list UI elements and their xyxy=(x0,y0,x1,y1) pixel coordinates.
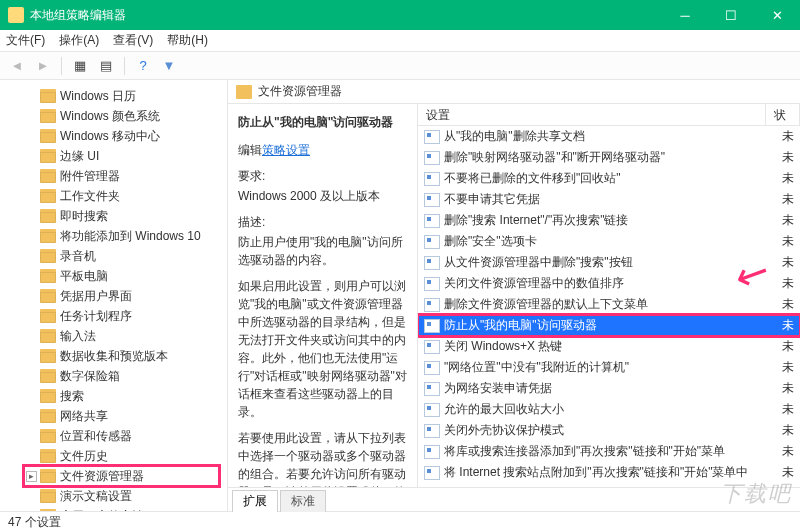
tree-item[interactable]: 工作文件夹 xyxy=(0,186,227,206)
tab-extended[interactable]: 扩展 xyxy=(232,490,278,512)
folder-icon xyxy=(40,449,56,463)
policy-label: 从文件资源管理器中删除"搜索"按钮 xyxy=(444,254,633,271)
tree-item[interactable]: 应用程序兼容性 xyxy=(0,506,227,511)
policy-label: 不要将已删除的文件移到"回收站" xyxy=(444,170,621,187)
tree-item-label: 工作文件夹 xyxy=(60,188,120,205)
policy-icon xyxy=(424,298,440,312)
policy-icon xyxy=(424,235,440,249)
policy-row[interactable]: 关闭 Windows+X 热键未 xyxy=(418,336,800,357)
tree-item[interactable]: Windows 移动中心 xyxy=(0,126,227,146)
policy-state: 未 xyxy=(776,359,794,376)
policy-row[interactable]: 关闭外壳协议保护模式未 xyxy=(418,420,800,441)
policy-title: 防止从"我的电脑"访问驱动器 xyxy=(238,114,407,131)
tree-item[interactable]: 附件管理器 xyxy=(0,166,227,186)
pane-header: 文件资源管理器 xyxy=(228,80,800,104)
menu-help[interactable]: 帮助(H) xyxy=(167,32,208,49)
policy-state: 未 xyxy=(776,254,794,271)
tree-item-label: 将功能添加到 Windows 10 xyxy=(60,228,201,245)
policy-row[interactable]: 关闭文件资源管理器中的数值排序未 xyxy=(418,273,800,294)
tree-item-label: 即时搜索 xyxy=(60,208,108,225)
folder-icon xyxy=(40,469,56,483)
expand-icon[interactable]: ▸ xyxy=(26,471,37,482)
tree-item[interactable]: ▸文件资源管理器 xyxy=(0,466,227,486)
tree-item[interactable]: 任务计划程序 xyxy=(0,306,227,326)
policy-row[interactable]: 将库或搜索连接器添加到"再次搜索"链接和"开始"菜单未 xyxy=(418,441,800,462)
folder-icon xyxy=(40,329,56,343)
policy-row[interactable]: 删除"安全"选项卡未 xyxy=(418,231,800,252)
policy-row[interactable]: 防止从"我的电脑"访问驱动器未 xyxy=(418,315,800,336)
tree-item[interactable]: 数据收集和预览版本 xyxy=(0,346,227,366)
policy-row[interactable]: "网络位置"中没有"我附近的计算机"未 xyxy=(418,357,800,378)
maximize-button[interactable]: ☐ xyxy=(708,0,754,30)
filter-button[interactable]: ▼ xyxy=(158,55,180,77)
tree-item[interactable]: 凭据用户界面 xyxy=(0,286,227,306)
policy-icon xyxy=(424,256,440,270)
policy-label: 不要申请其它凭据 xyxy=(444,191,540,208)
tree-item[interactable]: 即时搜索 xyxy=(0,206,227,226)
policy-row[interactable]: 从"我的电脑"删除共享文档未 xyxy=(418,126,800,147)
folder-icon xyxy=(40,189,56,203)
folder-icon xyxy=(40,409,56,423)
policy-row[interactable]: 不要申请其它凭据未 xyxy=(418,189,800,210)
tree-item-label: 演示文稿设置 xyxy=(60,488,132,505)
tree-item[interactable]: 搜索 xyxy=(0,386,227,406)
policy-label: 删除文件资源管理器的默认上下文菜单 xyxy=(444,296,648,313)
requirements-label: 要求: xyxy=(238,167,407,185)
policy-row[interactable]: 为网络安装申请凭据未 xyxy=(418,378,800,399)
policy-row[interactable]: 删除文件资源管理器的默认上下文菜单未 xyxy=(418,294,800,315)
tree-item-label: 网络共享 xyxy=(60,408,108,425)
nav-back-button[interactable]: ◄ xyxy=(6,55,28,77)
policy-icon xyxy=(424,382,440,396)
policy-icon xyxy=(424,445,440,459)
policy-state: 未 xyxy=(776,443,794,460)
policy-row[interactable]: 删除"映射网络驱动器"和"断开网络驱动器"未 xyxy=(418,147,800,168)
tree-item[interactable]: 网络共享 xyxy=(0,406,227,426)
policy-state: 未 xyxy=(776,380,794,397)
tree-item[interactable]: Windows 颜色系统 xyxy=(0,106,227,126)
close-button[interactable]: ✕ xyxy=(754,0,800,30)
folder-icon xyxy=(40,269,56,283)
menu-view[interactable]: 查看(V) xyxy=(113,32,153,49)
nav-tree[interactable]: Windows 日历Windows 颜色系统Windows 移动中心边缘 UI附… xyxy=(0,80,228,511)
policy-row[interactable]: 从文件资源管理器中删除"搜索"按钮未 xyxy=(418,252,800,273)
nav-forward-button[interactable]: ► xyxy=(32,55,54,77)
col-state[interactable]: 状 xyxy=(766,104,800,125)
tree-item[interactable]: 输入法 xyxy=(0,326,227,346)
policy-icon xyxy=(424,214,440,228)
policy-list[interactable]: 从"我的电脑"删除共享文档未删除"映射网络驱动器"和"断开网络驱动器"未不要将已… xyxy=(418,126,800,487)
col-setting[interactable]: 设置 xyxy=(418,104,766,125)
refresh-button[interactable]: ▦ xyxy=(69,55,91,77)
policy-row[interactable]: 将 Internet 搜索站点附加到"再次搜索"链接和"开始"菜单中未 xyxy=(418,462,800,483)
tab-standard[interactable]: 标准 xyxy=(280,490,326,512)
window-title: 本地组策略编辑器 xyxy=(30,7,662,24)
tree-item[interactable]: 数字保险箱 xyxy=(0,366,227,386)
folder-icon xyxy=(40,129,56,143)
tree-item[interactable]: 将功能添加到 Windows 10 xyxy=(0,226,227,246)
menu-file[interactable]: 文件(F) xyxy=(6,32,45,49)
requirements-value: Windows 2000 及以上版本 xyxy=(238,187,407,205)
policy-icon xyxy=(424,151,440,165)
policy-label: "网络位置"中没有"我附近的计算机" xyxy=(444,359,629,376)
tree-item[interactable]: 位置和传感器 xyxy=(0,426,227,446)
toolbar-separator xyxy=(61,57,62,75)
policy-icon xyxy=(424,172,440,186)
policy-state: 未 xyxy=(776,422,794,439)
tree-item[interactable]: Windows 日历 xyxy=(0,86,227,106)
policy-row[interactable]: 允许的最大回收站大小未 xyxy=(418,399,800,420)
policy-row[interactable]: 不要将已删除的文件移到"回收站"未 xyxy=(418,168,800,189)
policy-state: 未 xyxy=(776,233,794,250)
tree-item[interactable]: 文件历史 xyxy=(0,446,227,466)
edit-policy-link[interactable]: 策略设置 xyxy=(262,143,310,157)
tree-item[interactable]: 边缘 UI xyxy=(0,146,227,166)
tree-item[interactable]: 平板电脑 xyxy=(0,266,227,286)
export-button[interactable]: ▤ xyxy=(95,55,117,77)
tree-item[interactable]: 演示文稿设置 xyxy=(0,486,227,506)
policy-state: 未 xyxy=(776,275,794,292)
tree-item[interactable]: 录音机 xyxy=(0,246,227,266)
policy-state: 未 xyxy=(776,317,794,334)
policy-label: 为网络安装申请凭据 xyxy=(444,380,552,397)
policy-row[interactable]: 删除"搜索 Internet"/"再次搜索"链接未 xyxy=(418,210,800,231)
minimize-button[interactable]: ─ xyxy=(662,0,708,30)
menu-action[interactable]: 操作(A) xyxy=(59,32,99,49)
help-button[interactable]: ? xyxy=(132,55,154,77)
